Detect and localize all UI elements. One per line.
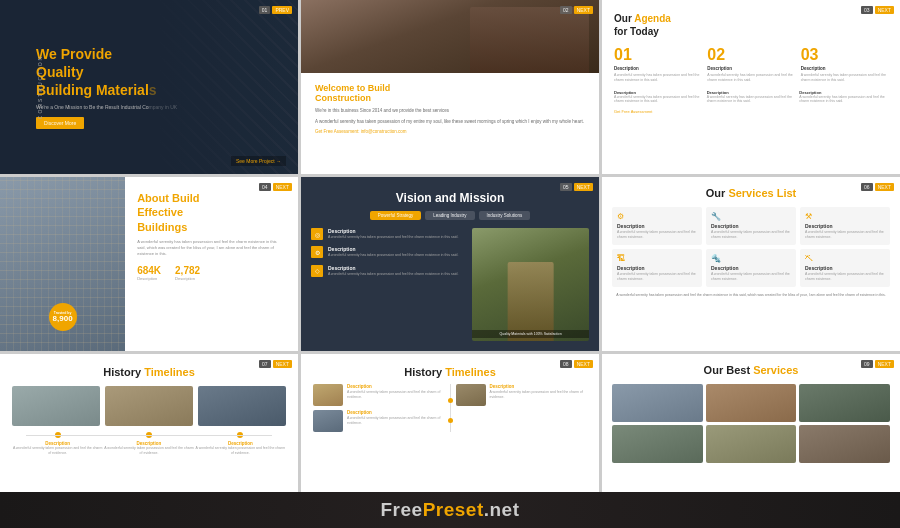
- slide-2-badge-num: 02: [560, 6, 572, 14]
- slide-8-title-1: Description: [347, 384, 445, 389]
- slide-1-badge: 01 PREV: [259, 6, 292, 14]
- slide-8-dot-2: [448, 418, 453, 423]
- slide-3-num-2: 02: [707, 46, 794, 64]
- slide-4-stat2-label: Description: [175, 276, 200, 281]
- slide-3-badge-label: NEXT: [875, 6, 894, 14]
- watermark-text: FreePreset.net: [380, 499, 519, 521]
- slide-9-title-highlight: Services: [753, 364, 798, 376]
- slide-3-btn[interactable]: Get Free Assessment: [614, 109, 888, 114]
- slide-5-icon-2: ⚙: [311, 246, 323, 258]
- watermark-suffix: .net: [484, 499, 520, 520]
- slide-3-col-1: 01 Description A wonderful serenity has …: [614, 46, 701, 84]
- slide-2-title-text: Welcome to Build: [315, 83, 390, 93]
- slide-9-images: [612, 384, 890, 463]
- slide-2-link[interactable]: Get Free Assessment: info@construction.c…: [315, 129, 585, 134]
- slide-5-item-2-content: Description A wonderful serenity has tak…: [328, 246, 458, 258]
- slide-3-bottom-text-2: A wonderful serenity has taken possessio…: [707, 95, 796, 105]
- slide-3-desc-2: Description: [707, 66, 794, 71]
- slide-5-tab-3[interactable]: Industry Solutions: [479, 211, 531, 220]
- slide-1-button[interactable]: Discover More: [36, 117, 84, 129]
- slide-1-bottom-link[interactable]: See More Project →: [231, 156, 286, 166]
- service-title-1: Description: [617, 223, 697, 229]
- slide-6-badge-label: NEXT: [875, 183, 894, 191]
- slide-8-title-highlight: Timelines: [445, 366, 496, 378]
- slide-2-content: Welcome to Build Construction We're in t…: [301, 73, 599, 144]
- slide-7-badge-label: NEXT: [273, 360, 292, 368]
- slide-8-dot-1: [448, 398, 453, 403]
- slide-5-body: ◎ Description A wonderful serenity has t…: [311, 228, 589, 341]
- slide-8-text-2: Description A wonderful serenity taken p…: [347, 410, 445, 426]
- service-card-5: 🔩 Description A wonderful serenity taken…: [706, 249, 796, 287]
- slide-3-title: Our Agendafor Today: [614, 12, 888, 38]
- slide-1-bg-image: [149, 0, 298, 174]
- service-card-6: ⛏ Description A wonderful serenity taken…: [800, 249, 890, 287]
- slide-4-badge-label: NEXT: [273, 183, 292, 191]
- slide-5-item-1-content: Description A wonderful serenity has tak…: [328, 228, 458, 240]
- slide-7-title: History Timelines: [12, 366, 286, 378]
- slide-8-title-2: Description: [347, 410, 445, 415]
- slide-3-columns: 01 Description A wonderful serenity has …: [614, 46, 888, 84]
- slide-3-num-1: 01: [614, 46, 701, 64]
- slide-5-left: ◎ Description A wonderful serenity has t…: [311, 228, 464, 341]
- slide-5-caption: Quality Materials with 100% Satisfaction: [472, 330, 589, 338]
- slide-5-title: Vision and Mission: [311, 191, 589, 205]
- slide-6-services-grid: ⚙ Description A wonderful serenity taken…: [612, 207, 890, 287]
- slide-4-title-line2: Buildings: [137, 221, 187, 233]
- slide-3-desc-3: Description: [801, 66, 888, 71]
- slide-3-badge-num: 03: [861, 6, 873, 14]
- slide-6-title: Our Services List: [612, 187, 890, 199]
- slide-2-body: We're in this business Since 2014 and we…: [315, 107, 585, 114]
- slide-6-title-highlight: Services List: [728, 187, 796, 199]
- slide-5-icon-3: ◇: [311, 265, 323, 277]
- slide-5-tabs: Powerful Strategy Leading Industry Indus…: [311, 211, 589, 220]
- service-desc-6: A wonderful serenity taken possession an…: [805, 272, 885, 282]
- slide-3-desc-1: Description: [614, 66, 701, 71]
- slide-9-title: Our Best Services: [612, 364, 890, 376]
- slide-5-tab-1[interactable]: Powerful Strategy: [370, 211, 422, 220]
- watermark-prefix: Free: [380, 499, 422, 520]
- service-desc-5: A wonderful serenity taken possession an…: [711, 272, 791, 282]
- slide-2-body2: A wonderful serenity has taken possessio…: [315, 118, 585, 125]
- service-icon-1: ⚙: [617, 212, 697, 221]
- slide-3-bottom-1: Description A wonderful serenity has tak…: [614, 90, 703, 105]
- slide-5-item-2-desc: A wonderful serenity has taken possessio…: [328, 253, 458, 258]
- service-card-1: ⚙ Description A wonderful serenity taken…: [612, 207, 702, 245]
- service-icon-4: 🏗: [617, 254, 697, 263]
- slide-6-bottom: A wonderful serenity has taken possessio…: [612, 293, 890, 298]
- slide-7-img-3: [198, 386, 286, 426]
- slide-9-img-3: [799, 384, 890, 422]
- slide-3: 03 NEXT Our Agendafor Today 01 Descripti…: [602, 0, 900, 174]
- service-title-6: Description: [805, 265, 885, 271]
- slide-3-text-2: A wonderful serenity has taken possessio…: [707, 73, 794, 84]
- slide-1-badge-label: PREV: [272, 6, 292, 14]
- slide-3-bottom-3: Description A wonderful serenity has tak…: [799, 90, 888, 105]
- slide-8-title-3: Description: [490, 384, 588, 389]
- slide-3-bottom-text-1: A wonderful serenity has taken possessio…: [614, 95, 703, 105]
- slide-8-badge: 08 NEXT: [560, 360, 593, 368]
- slide-3-col-3: 03 Description A wonderful serenity has …: [801, 46, 888, 84]
- slide-4-stat2-val: 2,782: [175, 265, 200, 276]
- slide-5-item-2: ⚙ Description A wonderful serenity has t…: [311, 246, 464, 258]
- slide-9-img-5: [706, 425, 797, 463]
- slide-7-dot-3: [237, 432, 243, 438]
- service-card-4: 🏗 Description A wonderful serenity taken…: [612, 249, 702, 287]
- service-icon-5: 🔩: [711, 254, 791, 263]
- slide-7-tl-1: Description A wonderful serenity taken p…: [12, 432, 103, 456]
- slide-3-text-3: A wonderful serenity has taken possessio…: [801, 73, 888, 84]
- service-card-3: ⚒ Description A wonderful serenity taken…: [800, 207, 890, 245]
- watermark-bar: FreePreset.net: [0, 492, 900, 528]
- slide-5-tab-2[interactable]: Leading Industry: [425, 211, 474, 220]
- slide-8-block-2: Description A wonderful serenity taken p…: [313, 410, 445, 432]
- slide-6-badge-num: 06: [861, 183, 873, 191]
- slide-5-badge-num: 05: [560, 183, 572, 191]
- slide-3-bottom-row: Description A wonderful serenity has tak…: [614, 90, 888, 105]
- slide-1-title-line2: Building Materials: [36, 82, 157, 98]
- slide-4-title-line1: About Build: [137, 192, 199, 204]
- slide-3-num-3: 03: [801, 46, 888, 64]
- slide-5-item-3-content: Description A wonderful serenity has tak…: [328, 265, 458, 277]
- slide-5: 05 NEXT Vision and Mission Powerful Stra…: [301, 177, 599, 351]
- slide-4-stat1-val: 684K: [137, 265, 161, 276]
- slide-3-bottom-2: Description A wonderful serenity has tak…: [707, 90, 796, 105]
- slide-8-block-1: Description A wonderful serenity taken p…: [313, 384, 445, 406]
- slide-5-icon-1: ◎: [311, 228, 323, 240]
